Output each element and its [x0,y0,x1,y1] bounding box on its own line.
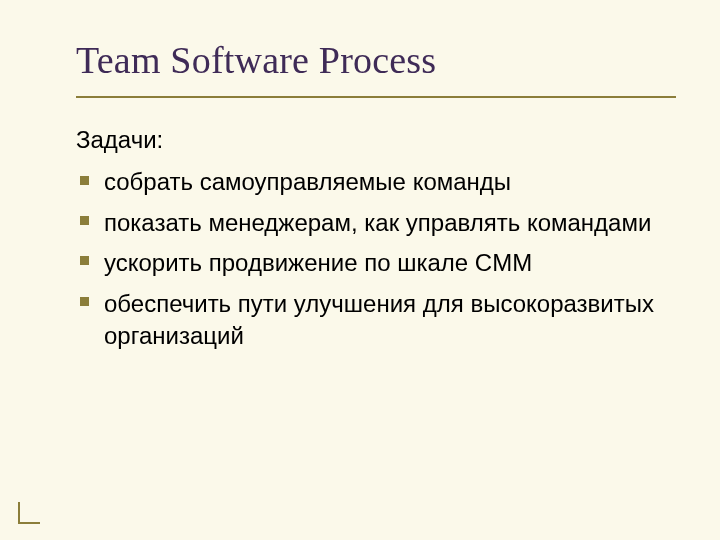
list-item-label: обеспечить пути улучшения для высокоразв… [104,290,654,349]
list-item: показать менеджерам, как управлять коман… [76,203,660,243]
lead-text: Задачи: [76,124,660,156]
slide-title: Team Software Process [76,38,660,82]
list-item: собрать самоуправляемые команды [76,162,660,202]
list-item: ускорить продвижение по шкале CMM [76,243,660,283]
list-item: обеспечить пути улучшения для высокоразв… [76,284,660,357]
list-item-label: собрать самоуправляемые команды [104,168,511,195]
slide: Team Software Process Задачи: собрать са… [0,0,720,540]
corner-ornament-icon [18,502,40,524]
list-item-label: ускорить продвижение по шкале CMM [104,249,532,276]
title-underline [76,96,676,98]
list-item-label: показать менеджерам, как управлять коман… [104,209,651,236]
slide-body: Задачи: собрать самоуправляемые команды … [76,124,660,356]
bullet-list: собрать самоуправляемые команды показать… [76,162,660,356]
